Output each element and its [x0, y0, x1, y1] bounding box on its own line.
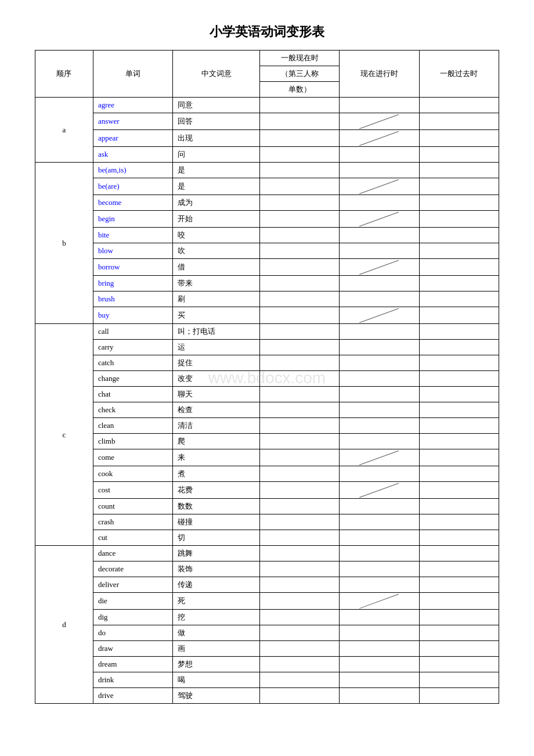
table-row: carry运 [35, 340, 499, 355]
progressive-cell [340, 577, 419, 593]
meaning-cell: 出现 [173, 130, 260, 147]
past-cell [419, 243, 499, 259]
table-row: dream梦想 [35, 657, 499, 672]
table-row: dig挖 [35, 610, 499, 625]
table-row: appear出现 [35, 130, 499, 147]
meaning-cell: 爬 [173, 434, 260, 449]
header-word: 单词 [93, 51, 172, 98]
past-cell [419, 98, 499, 113]
form3-cell [260, 355, 340, 371]
progressive-cell [340, 340, 419, 355]
word-cell: become [93, 195, 172, 211]
past-cell [419, 434, 499, 449]
past-cell [419, 577, 499, 593]
word-cell: check [93, 402, 172, 418]
progressive-cell [340, 195, 419, 211]
past-cell [419, 195, 499, 211]
meaning-cell: 做 [173, 625, 260, 641]
past-cell [419, 402, 499, 418]
meaning-cell: 数数 [173, 499, 260, 514]
table-row: check检查 [35, 402, 499, 418]
table-row: come来 [35, 449, 499, 466]
word-cell: borrow [93, 259, 172, 276]
past-cell [419, 466, 499, 482]
word-cell: answer [93, 113, 172, 130]
table-row: brush刷 [35, 291, 499, 307]
word-cell: be(am,is) [93, 163, 172, 178]
meaning-cell: 检查 [173, 402, 260, 418]
word-cell: crash [93, 514, 172, 530]
progressive-cell [340, 514, 419, 530]
progressive-cell [340, 402, 419, 418]
word-cell: decorate [93, 561, 172, 577]
progressive-cell [340, 243, 419, 259]
progressive-cell [340, 593, 419, 610]
past-cell [419, 482, 499, 499]
progressive-cell [340, 324, 419, 340]
word-cell: do [93, 625, 172, 641]
form3-cell [260, 577, 340, 593]
form3-cell [260, 178, 340, 195]
form3-cell [260, 228, 340, 243]
form3-cell [260, 434, 340, 449]
meaning-cell: 花费 [173, 482, 260, 499]
progressive-cell [340, 387, 419, 402]
progressive-cell [340, 657, 419, 672]
meaning-cell: 改变 [173, 371, 260, 387]
seq-cell: d [35, 546, 93, 704]
past-cell [419, 291, 499, 307]
progressive-cell [340, 625, 419, 641]
meaning-cell: 开始 [173, 211, 260, 228]
table-row: chat聊天 [35, 387, 499, 402]
word-cell: dig [93, 610, 172, 625]
seq-cell: b [35, 163, 93, 324]
past-cell [419, 641, 499, 657]
meaning-cell: 运 [173, 340, 260, 355]
form3-cell [260, 195, 340, 211]
past-cell [419, 259, 499, 276]
table-row: cost花费 [35, 482, 499, 499]
meaning-cell: 买 [173, 307, 260, 324]
meaning-cell: 带来 [173, 276, 260, 291]
past-cell [419, 355, 499, 371]
word-cell: brush [93, 291, 172, 307]
form3-cell [260, 276, 340, 291]
table-row: crash碰撞 [35, 514, 499, 530]
table-row: aagree同意 [35, 98, 499, 113]
form3-cell [260, 688, 340, 704]
form3-cell [260, 259, 340, 276]
table-row: be(are)是 [35, 178, 499, 195]
past-cell [419, 276, 499, 291]
past-cell [419, 178, 499, 195]
progressive-cell [340, 418, 419, 434]
table-row: change改变 [35, 371, 499, 387]
word-cell: dream [93, 657, 172, 672]
form3-cell [260, 98, 340, 113]
past-cell [419, 514, 499, 530]
table-row: ask问 [35, 147, 499, 163]
past-cell [419, 546, 499, 561]
meaning-cell: 回答 [173, 113, 260, 130]
progressive-cell [340, 355, 419, 371]
meaning-cell: 碰撞 [173, 514, 260, 530]
word-cell: cost [93, 482, 172, 499]
progressive-cell [340, 276, 419, 291]
form3-cell [260, 418, 340, 434]
meaning-cell: 来 [173, 449, 260, 466]
past-cell [419, 211, 499, 228]
word-cell: agree [93, 98, 172, 113]
word-cell: be(are) [93, 178, 172, 195]
progressive-cell [340, 434, 419, 449]
progressive-cell [340, 307, 419, 324]
past-cell [419, 657, 499, 672]
form3-cell [260, 466, 340, 482]
past-cell [419, 371, 499, 387]
word-cell: drink [93, 672, 172, 688]
meaning-cell: 是 [173, 178, 260, 195]
table-row: cook煮 [35, 466, 499, 482]
table-row: draw画 [35, 641, 499, 657]
word-cell: appear [93, 130, 172, 147]
table-row: begin开始 [35, 211, 499, 228]
word-cell: call [93, 324, 172, 340]
word-cell: cut [93, 530, 172, 546]
